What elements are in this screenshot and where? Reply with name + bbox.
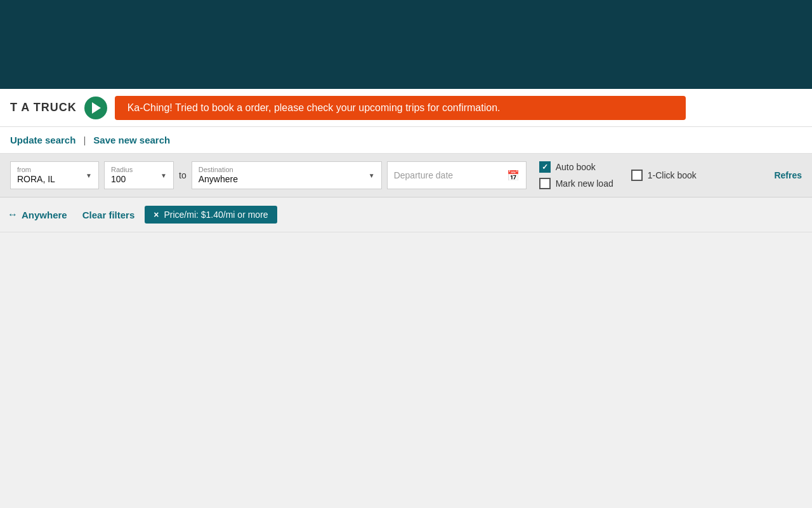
app-bar: T A TRUCK Ka-Ching! Tried to book a orde… (0, 89, 812, 127)
destination-select[interactable]: Destination Anywhere ▼ (192, 161, 382, 189)
one-click-book-label: 1-Click book (648, 170, 697, 180)
anywhere-arrow-icon: ↔ (8, 209, 18, 220)
notification-banner: Ka-Ching! Tried to book a order, please … (115, 96, 686, 120)
from-value: RORA, IL (17, 174, 55, 185)
save-new-search-button[interactable]: Save new search (93, 135, 170, 145)
from-label: from (17, 166, 55, 174)
play-icon (92, 102, 101, 114)
auto-book-checkbox-box: ✓ (539, 161, 551, 173)
from-dropdown-arrow: ▼ (86, 172, 92, 179)
main-content (0, 232, 812, 508)
anywhere-filter[interactable]: ↔ Anywhere (0, 204, 75, 225)
destination-dropdown-arrow: ▼ (369, 172, 375, 179)
one-click-book-checkbox[interactable]: 1-Click book (631, 170, 697, 181)
radius-value: 100 (111, 174, 133, 185)
calendar-icon: 📅 (507, 170, 520, 182)
radius-dropdown-arrow: ▼ (160, 172, 167, 179)
price-filter-label: Price/mi: $1.40/mi or more (164, 210, 268, 220)
auto-book-label: Auto book (556, 162, 596, 172)
one-click-book-checkbox-box (631, 170, 643, 181)
price-filter-close-icon: × (154, 210, 159, 220)
clear-filters-button[interactable]: Clear filters (82, 210, 135, 220)
update-search-button[interactable]: Update search (10, 135, 75, 145)
price-filter-tag[interactable]: × Price/mi: $1.40/mi or more (145, 206, 277, 224)
anywhere-label: Anywhere (22, 210, 67, 220)
mark-new-load-checkbox[interactable]: Mark new load (539, 178, 613, 189)
departure-placeholder: Departure date (394, 170, 453, 180)
radius-label: Radius (111, 166, 133, 174)
search-controls-row: from RORA, IL ▼ Radius 100 ▼ to Destinat… (0, 154, 812, 197)
mark-new-load-checkbox-box (539, 178, 551, 189)
mark-new-load-label: Mark new load (556, 178, 613, 189)
destination-label: Destination (199, 166, 238, 174)
radius-select[interactable]: Radius 100 ▼ (104, 161, 174, 189)
play-button[interactable] (84, 97, 107, 119)
filter-row: ↔ Anywhere Clear filters × Price/mi: $1.… (0, 197, 812, 232)
top-header (0, 0, 812, 89)
checkbox-group-1: ✓ Auto book Mark new load (539, 161, 613, 189)
from-select[interactable]: from RORA, IL ▼ (10, 161, 99, 189)
checkbox-group-2: 1-Click book (631, 170, 697, 181)
search-links-row: Update search | Save new search (0, 127, 812, 154)
refresh-label: Refres (774, 170, 802, 180)
destination-value: Anywhere (199, 174, 238, 185)
to-label: to (179, 170, 187, 180)
refresh-area[interactable]: Refres (774, 170, 802, 180)
auto-book-checkbox[interactable]: ✓ Auto book (539, 161, 613, 173)
divider: | (83, 135, 86, 145)
departure-date-input[interactable]: Departure date 📅 (387, 161, 527, 189)
app-title: T A TRUCK (10, 101, 77, 114)
